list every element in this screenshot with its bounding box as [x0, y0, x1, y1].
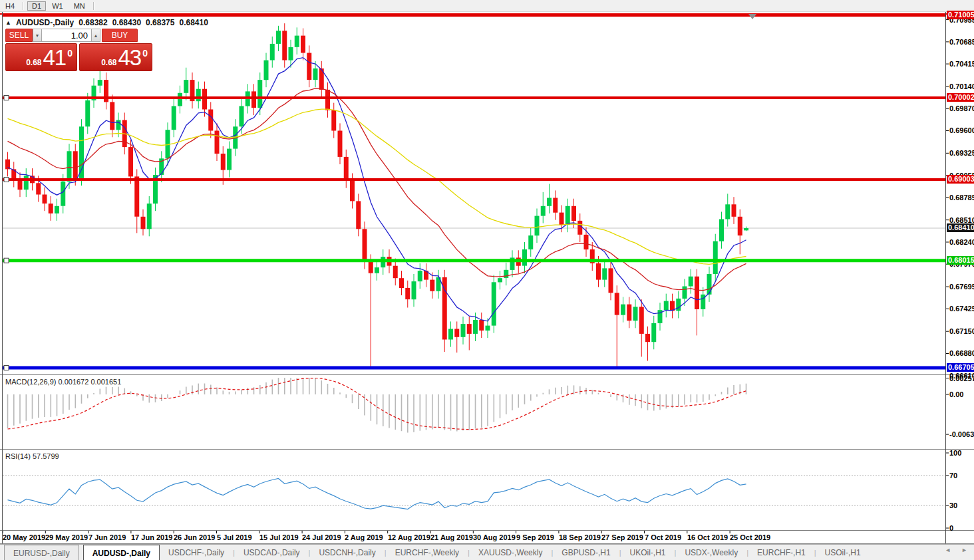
date-axis-label: 21 Aug 2019 [430, 533, 473, 541]
quote-close: 0.68410 [179, 18, 208, 27]
candle [369, 262, 373, 273]
rsi-axis-label: 30 [949, 501, 974, 509]
candle [36, 183, 41, 194]
chart-tab-usdcad-daily[interactable]: USDCAD-,Daily [235, 545, 309, 560]
panel-separators [0, 375, 974, 545]
candle [639, 307, 644, 334]
candle [713, 241, 718, 274]
sell-price-pips: 41 [43, 48, 66, 68]
candle [240, 106, 244, 127]
price-axis-label: 0.66880 [949, 349, 974, 357]
buy-price-button[interactable]: 0.68 43 0 [79, 43, 152, 71]
candle [289, 47, 293, 61]
candle [689, 277, 693, 287]
volume-decrease-button[interactable]: ▼ [33, 29, 42, 42]
chart-canvas[interactable] [0, 0, 974, 560]
chart-tab-usdcnh-daily[interactable]: USDCNH-,Daily [310, 545, 384, 560]
candle [208, 110, 213, 131]
candle [147, 204, 152, 229]
date-axis-label: 25 Oct 2019 [730, 533, 770, 541]
price-axis-label: 0.70685 [949, 38, 974, 46]
candle [393, 266, 398, 279]
volume-increase-button[interactable]: ▲ [91, 29, 100, 42]
candle [498, 278, 502, 282]
sell-button[interactable]: SELL [5, 29, 33, 42]
chart-tab-ukoil-h1[interactable]: UKOil-,H1 [621, 545, 675, 560]
candle [264, 61, 269, 80]
date-axis-label: 7 Jun 2019 [88, 533, 126, 541]
candle [350, 181, 355, 202]
one-click-trade-panel: SELL ▼ ▲ BUY 0.68 41 0 0.68 43 0 [5, 29, 153, 71]
candle [270, 44, 275, 61]
tab-scroll-right-icon[interactable]: ► [961, 547, 967, 553]
rsi-label: RSI(14) 57.5799 [5, 452, 59, 460]
candle [338, 131, 343, 157]
candle [676, 299, 681, 311]
date-axis-label: 9 Sep 2019 [516, 533, 554, 541]
candle [375, 267, 379, 273]
candle [55, 206, 59, 213]
candle [331, 110, 336, 131]
candle [313, 69, 318, 80]
candle [732, 204, 736, 217]
candle [110, 102, 114, 130]
chart-tab-usoil-h1[interactable]: USOil-,H1 [816, 545, 870, 560]
quote-low: 0.68375 [146, 18, 174, 27]
candle [85, 100, 90, 126]
candle [405, 288, 410, 299]
chart-tab-gbpusd-h1[interactable]: GBPUSD-,H1 [553, 545, 619, 560]
candle [344, 157, 349, 181]
candle [744, 228, 748, 230]
date-axis-label: 16 Oct 2019 [687, 533, 728, 541]
price-badge: 0.70002 [947, 93, 974, 102]
candle [24, 176, 29, 190]
candle [602, 268, 607, 279]
tab-scroll-arrows: ◄ ► [945, 547, 967, 553]
buy-price-pips: 43 [118, 48, 141, 68]
chart-tab-bar: EURUSD-,DailyAUDUSD-,DailyUSDCHF-,Daily|… [0, 544, 974, 560]
candle [282, 31, 287, 60]
macd-histogram [8, 378, 746, 432]
price-axis-label: 0.70140 [949, 82, 974, 90]
macd-axis-label: -0.006326 [949, 430, 974, 438]
sell-price-prefix: 0.68 [26, 58, 41, 67]
chart-tab-eurusd-daily[interactable]: EURUSD-,Daily [4, 545, 79, 560]
chart-tab-audusd-daily[interactable]: AUDUSD-,Daily [83, 545, 160, 560]
volume-input[interactable] [42, 29, 91, 42]
candle [251, 91, 256, 108]
candle [363, 229, 367, 261]
date-axis-label: 7 Oct 2019 [645, 533, 681, 541]
candle [184, 80, 188, 93]
candle [215, 131, 220, 154]
buy-price-prefix: 0.68 [101, 58, 116, 67]
date-axis-label: 18 Sep 2019 [559, 533, 601, 541]
candle [301, 36, 305, 53]
candle [221, 154, 226, 170]
chart-tab-xauusd-weekly[interactable]: XAUUSD-,Weekly [470, 545, 551, 560]
buy-price-point: 0 [142, 48, 148, 59]
candle [584, 235, 589, 249]
tab-scroll-left-icon[interactable]: ◄ [945, 547, 951, 553]
sell-price-button[interactable]: 0.68 41 0 [5, 43, 77, 71]
candle [683, 287, 687, 299]
candle [227, 149, 232, 170]
chart-tab-usdx-weekly[interactable]: USDX-,Weekly [676, 545, 746, 560]
chart-tab-eurchf-h1[interactable]: EURCHF-,H1 [748, 545, 814, 560]
date-axis-label: 26 Jun 2019 [174, 533, 215, 541]
price-axis-label: 0.67695 [949, 283, 974, 291]
candle [295, 36, 299, 47]
price-axis-label: 0.68240 [949, 238, 974, 246]
price-badge: 0.71005 [947, 11, 974, 19]
mouse-pointer-marker [748, 14, 756, 19]
chart-tab-usdchf-daily[interactable]: USDCHF-,Daily [160, 545, 233, 560]
date-axis-label: 27 Sep 2019 [601, 533, 643, 541]
candlesticks [5, 23, 748, 367]
macd-axis-label: 0.002574 [949, 374, 974, 382]
rsi-axis-label: 100 [949, 449, 974, 457]
chart-tab-eurchf-weekly[interactable]: EURCHF-,Weekly [387, 545, 468, 560]
candle [738, 217, 742, 235]
buy-button[interactable]: BUY [102, 29, 138, 42]
chart-left-border [2, 12, 3, 543]
rsi-axis-label: 70 [949, 472, 974, 480]
macd-axis-label: 0.00 [949, 390, 974, 398]
